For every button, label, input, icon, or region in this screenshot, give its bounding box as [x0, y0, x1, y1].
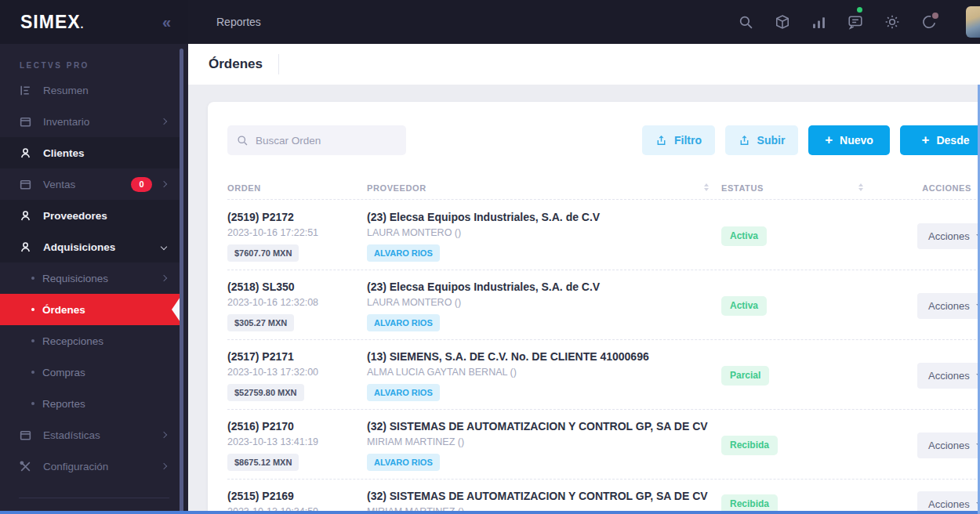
sidebar-subitem-ordenes[interactable]: Órdenes: [0, 294, 182, 325]
actions-dropdown-button[interactable]: Acciones: [917, 293, 980, 319]
notification-dot: [932, 13, 938, 19]
table-row: (2519) P2172 2023-10-16 17:22:51 $7607.7…: [227, 201, 976, 270]
stats-icon[interactable]: [811, 15, 826, 30]
actions-dropdown-button[interactable]: Acciones: [917, 433, 980, 458]
sidebar-item-proveedores[interactable]: Proveedores: [0, 200, 180, 231]
sidebar-scrollbar[interactable]: [180, 49, 183, 514]
from-button[interactable]: + Desde: [900, 125, 980, 155]
buyer-badge: ALVARO RIOS: [367, 244, 440, 262]
title-separator: [278, 54, 279, 74]
bullet-icon: [31, 402, 34, 405]
provider-name[interactable]: (13) SIEMENS, S.A. DE C.V. No. DE CLIENT…: [367, 349, 721, 364]
order-cell: (2517) P2171 2023-10-13 17:32:00 $52759.…: [227, 349, 367, 401]
actions-cell: Acciones: [917, 280, 980, 331]
chevron-right-icon: [161, 275, 167, 281]
sidebar: SIMEX. « LECTVS PRO Resumen Inventario C…: [0, 0, 188, 514]
sidebar-subitem-recepciones[interactable]: Recepciones: [0, 325, 180, 357]
plus-icon: +: [825, 133, 833, 147]
sidebar-subitem-reportes[interactable]: Reportes: [0, 388, 180, 419]
table-header: ORDEN PROVEEDOR ESTATUS ACCIONES: [227, 176, 976, 200]
bullet-icon: [31, 277, 34, 280]
order-cell: (2519) P2172 2023-10-16 17:22:51 $7607.7…: [227, 210, 367, 262]
user-icon: [19, 241, 32, 254]
order-id[interactable]: (2518) SL350: [227, 280, 367, 295]
actions-cell: Acciones: [917, 349, 980, 401]
search-icon[interactable]: [739, 15, 753, 30]
table-row: (2517) P2171 2023-10-13 17:32:00 $52759.…: [227, 339, 976, 409]
amount-badge: $305.27 MXN: [227, 314, 294, 331]
chat-icon[interactable]: [848, 14, 863, 30]
sidebar-item-clientes[interactable]: Clientes: [0, 137, 180, 168]
sort-icon[interactable]: [858, 183, 863, 191]
amount-badge: $52759.80 MXN: [227, 384, 304, 401]
sidebar-item-adquisiciones[interactable]: Adquisiciones: [0, 231, 180, 262]
sidebar-item-estadisticas[interactable]: Estadísticas: [0, 419, 180, 451]
window-edge-bottom: [0, 511, 980, 514]
actions-dropdown-button[interactable]: Acciones: [917, 363, 980, 389]
order-date: 2023-10-16 12:32:08: [227, 296, 367, 309]
order-id[interactable]: (2517) P2171: [227, 349, 367, 364]
theme-icon[interactable]: [884, 14, 900, 30]
user-icon: [19, 147, 32, 160]
provider-contact: ALMA LUCIA GAYTAN BERNAL (): [367, 366, 721, 379]
page-title: Órdenes: [209, 56, 263, 72]
status-badge: Activa: [721, 296, 767, 316]
bullet-icon: [31, 339, 34, 342]
provider-contact: MIRIAM MARTINEZ (): [367, 436, 721, 449]
chevron-right-icon: [161, 463, 167, 469]
status-cell: Parcial: [721, 349, 917, 401]
upload-button[interactable]: Subir: [725, 125, 798, 155]
status-cell: Activa: [721, 280, 917, 331]
plus-icon: +: [922, 133, 930, 147]
actions-cell: Acciones: [917, 210, 980, 262]
search-order-box[interactable]: [227, 125, 406, 155]
status-cell: Activa: [721, 210, 917, 262]
provider-contact: LAURA MONTERO (): [367, 226, 721, 240]
sidebar-subitem-requisiciones[interactable]: Requisiciones: [0, 262, 180, 294]
actions-cell: Acciones: [917, 419, 980, 471]
package-icon[interactable]: [775, 14, 790, 30]
order-id[interactable]: (2519) P2172: [227, 210, 367, 225]
table-body: (2519) P2172 2023-10-16 17:22:51 $7607.7…: [227, 201, 976, 514]
column-header-acciones: ACCIONES: [917, 183, 976, 193]
sort-icon[interactable]: [704, 183, 709, 191]
brand-logo[interactable]: SIMEX.: [20, 12, 84, 33]
provider-name[interactable]: (23) Elecsa Equipos Industriales, S.A. d…: [367, 210, 721, 225]
filter-button[interactable]: Filtro: [642, 125, 715, 155]
buyer-badge: ALVARO RIOS: [367, 314, 440, 331]
sidebar-subitem-compras[interactable]: Compras: [0, 357, 180, 388]
chevron-right-icon: [161, 432, 167, 438]
buyer-badge: ALVARO RIOS: [367, 454, 440, 471]
provider-name[interactable]: (23) Elecsa Equipos Industriales, S.A. d…: [367, 280, 721, 295]
order-cell: (2518) SL350 2023-10-16 12:32:08 $305.27…: [227, 280, 367, 331]
provider-name[interactable]: (32) SISTEMAS DE AUTOMATIZACION Y CONTRO…: [367, 489, 721, 504]
actions-dropdown-button[interactable]: Acciones: [917, 223, 980, 249]
topbar: Reportes: [188, 0, 980, 44]
sidebar-collapse-icon[interactable]: «: [162, 14, 171, 30]
notifications-icon[interactable]: [921, 14, 937, 30]
avatar[interactable]: [966, 6, 980, 38]
status-badge: Recibida: [721, 436, 778, 455]
sidebar-item-configuracion[interactable]: Configuración: [0, 451, 180, 482]
logo-row: SIMEX. «: [0, 0, 188, 44]
column-header-estatus[interactable]: ESTATUS: [721, 183, 917, 193]
toolbar: Filtro Subir + Nuevo + Desde: [227, 125, 980, 155]
table-row: (2518) SL350 2023-10-16 12:32:08 $305.27…: [227, 270, 976, 339]
table-row: (2516) P2170 2023-10-13 13:41:19 $8675.1…: [227, 409, 976, 479]
order-date: 2023-10-16 17:22:51: [227, 226, 367, 240]
sidebar-item-inventario[interactable]: Inventario: [0, 106, 180, 137]
search-icon: [237, 134, 249, 147]
bullet-icon: [31, 371, 34, 374]
provider-name[interactable]: (32) SISTEMAS DE AUTOMATIZACION Y CONTRO…: [367, 419, 721, 434]
new-button[interactable]: + Nuevo: [808, 125, 890, 155]
provider-cell: (13) SIEMENS, S.A. DE C.V. No. DE CLIENT…: [367, 349, 721, 401]
sidebar-item-ventas[interactable]: Ventas 0: [0, 168, 180, 200]
provider-cell: (23) Elecsa Equipos Industriales, S.A. d…: [367, 280, 721, 331]
column-header-orden[interactable]: ORDEN: [227, 183, 367, 193]
order-id[interactable]: (2516) P2170: [227, 419, 367, 434]
search-order-input[interactable]: [256, 135, 397, 147]
column-header-proveedor[interactable]: PROVEEDOR: [367, 183, 721, 193]
order-id[interactable]: (2515) P2169: [227, 489, 367, 504]
status-badge: Activa: [721, 226, 767, 246]
sidebar-item-resumen[interactable]: Resumen: [0, 74, 180, 106]
